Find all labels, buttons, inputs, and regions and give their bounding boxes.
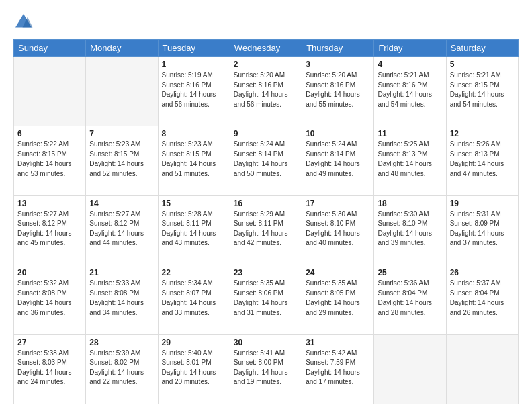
- day-number: 6: [17, 129, 82, 138]
- day-info: Sunrise: 5:42 AMSunset: 7:59 PMDaylight:…: [306, 349, 370, 387]
- day-info: Sunrise: 5:41 AMSunset: 8:00 PMDaylight:…: [234, 349, 298, 387]
- calendar-cell: 17Sunrise: 5:30 AMSunset: 8:10 PMDayligh…: [302, 195, 374, 265]
- week-row-4: 20Sunrise: 5:32 AMSunset: 8:08 PMDayligh…: [14, 265, 519, 334]
- calendar-cell: 13Sunrise: 5:27 AMSunset: 8:12 PMDayligh…: [14, 195, 86, 265]
- day-number: 28: [89, 338, 154, 347]
- day-number: 22: [162, 268, 226, 277]
- calendar-cell: [86, 57, 158, 126]
- day-info: Sunrise: 5:21 AMSunset: 8:15 PMDaylight:…: [450, 71, 515, 109]
- day-info: Sunrise: 5:22 AMSunset: 8:15 PMDaylight:…: [17, 140, 82, 179]
- calendar-cell: [446, 334, 518, 404]
- week-row-1: 1Sunrise: 5:19 AMSunset: 8:16 PMDaylight…: [14, 57, 519, 126]
- day-number: 3: [306, 60, 370, 69]
- day-number: 27: [17, 338, 82, 347]
- logo: [13, 12, 36, 32]
- day-number: 24: [306, 268, 370, 277]
- day-number: 10: [306, 129, 370, 138]
- weekday-header-tuesday: Tuesday: [158, 40, 230, 57]
- day-number: 19: [450, 199, 515, 208]
- calendar-cell: 23Sunrise: 5:35 AMSunset: 8:06 PMDayligh…: [230, 265, 302, 334]
- day-number: 30: [234, 338, 298, 347]
- calendar-cell: 29Sunrise: 5:40 AMSunset: 8:01 PMDayligh…: [158, 334, 230, 404]
- calendar-cell: 31Sunrise: 5:42 AMSunset: 7:59 PMDayligh…: [302, 334, 374, 404]
- calendar-cell: 6Sunrise: 5:22 AMSunset: 8:15 PMDaylight…: [14, 126, 86, 195]
- calendar-cell: [14, 57, 86, 126]
- day-number: 8: [162, 129, 226, 138]
- calendar-cell: 11Sunrise: 5:25 AMSunset: 8:13 PMDayligh…: [374, 126, 446, 195]
- calendar-cell: 10Sunrise: 5:24 AMSunset: 8:14 PMDayligh…: [302, 126, 374, 195]
- calendar-cell: 25Sunrise: 5:36 AMSunset: 8:04 PMDayligh…: [374, 265, 446, 334]
- header: [13, 12, 519, 32]
- day-number: 23: [234, 268, 298, 277]
- calendar-cell: 22Sunrise: 5:34 AMSunset: 8:07 PMDayligh…: [158, 265, 230, 334]
- day-info: Sunrise: 5:30 AMSunset: 8:10 PMDaylight:…: [306, 210, 370, 248]
- day-info: Sunrise: 5:32 AMSunset: 8:08 PMDaylight:…: [17, 279, 82, 318]
- day-number: 29: [162, 338, 226, 347]
- day-info: Sunrise: 5:19 AMSunset: 8:16 PMDaylight:…: [162, 71, 226, 109]
- calendar-cell: 8Sunrise: 5:23 AMSunset: 8:15 PMDaylight…: [158, 126, 230, 195]
- day-number: 26: [450, 268, 515, 277]
- calendar-cell: 18Sunrise: 5:30 AMSunset: 8:10 PMDayligh…: [374, 195, 446, 265]
- week-row-3: 13Sunrise: 5:27 AMSunset: 8:12 PMDayligh…: [14, 195, 519, 265]
- weekday-header-sunday: Sunday: [14, 40, 86, 57]
- weekday-header-thursday: Thursday: [302, 40, 374, 57]
- day-info: Sunrise: 5:26 AMSunset: 8:13 PMDaylight:…: [450, 140, 515, 179]
- day-number: 25: [378, 268, 442, 277]
- day-info: Sunrise: 5:20 AMSunset: 8:16 PMDaylight:…: [234, 71, 298, 109]
- page: SundayMondayTuesdayWednesdayThursdayFrid…: [0, 0, 532, 411]
- day-info: Sunrise: 5:39 AMSunset: 8:02 PMDaylight:…: [89, 349, 154, 387]
- week-row-5: 27Sunrise: 5:38 AMSunset: 8:03 PMDayligh…: [14, 334, 519, 404]
- day-info: Sunrise: 5:21 AMSunset: 8:16 PMDaylight:…: [378, 71, 442, 109]
- weekday-header-saturday: Saturday: [446, 40, 518, 57]
- calendar-cell: 9Sunrise: 5:24 AMSunset: 8:14 PMDaylight…: [230, 126, 302, 195]
- day-info: Sunrise: 5:27 AMSunset: 8:12 PMDaylight:…: [89, 210, 154, 248]
- day-info: Sunrise: 5:24 AMSunset: 8:14 PMDaylight:…: [306, 140, 370, 179]
- calendar-cell: 16Sunrise: 5:29 AMSunset: 8:11 PMDayligh…: [230, 195, 302, 265]
- day-number: 17: [306, 199, 370, 208]
- day-info: Sunrise: 5:37 AMSunset: 8:04 PMDaylight:…: [450, 279, 515, 318]
- day-info: Sunrise: 5:35 AMSunset: 8:06 PMDaylight:…: [234, 279, 298, 318]
- day-number: 13: [17, 199, 82, 208]
- day-info: Sunrise: 5:31 AMSunset: 8:09 PMDaylight:…: [450, 210, 515, 248]
- day-number: 11: [378, 129, 442, 138]
- day-number: 4: [378, 60, 442, 69]
- day-info: Sunrise: 5:34 AMSunset: 8:07 PMDaylight:…: [162, 279, 226, 318]
- calendar-cell: 21Sunrise: 5:33 AMSunset: 8:08 PMDayligh…: [86, 265, 158, 334]
- calendar-cell: 15Sunrise: 5:28 AMSunset: 8:11 PMDayligh…: [158, 195, 230, 265]
- weekday-header-monday: Monday: [86, 40, 158, 57]
- calendar-cell: 12Sunrise: 5:26 AMSunset: 8:13 PMDayligh…: [446, 126, 518, 195]
- weekday-header-wednesday: Wednesday: [230, 40, 302, 57]
- calendar-cell: 19Sunrise: 5:31 AMSunset: 8:09 PMDayligh…: [446, 195, 518, 265]
- calendar-cell: 28Sunrise: 5:39 AMSunset: 8:02 PMDayligh…: [86, 334, 158, 404]
- calendar-cell: 2Sunrise: 5:20 AMSunset: 8:16 PMDaylight…: [230, 57, 302, 126]
- day-number: 18: [378, 199, 442, 208]
- day-number: 21: [89, 268, 154, 277]
- weekday-header-friday: Friday: [374, 40, 446, 57]
- day-info: Sunrise: 5:23 AMSunset: 8:15 PMDaylight:…: [162, 140, 226, 179]
- calendar-cell: 30Sunrise: 5:41 AMSunset: 8:00 PMDayligh…: [230, 334, 302, 404]
- calendar-cell: 20Sunrise: 5:32 AMSunset: 8:08 PMDayligh…: [14, 265, 86, 334]
- calendar-cell: 5Sunrise: 5:21 AMSunset: 8:15 PMDaylight…: [446, 57, 518, 126]
- calendar-cell: 24Sunrise: 5:35 AMSunset: 8:05 PMDayligh…: [302, 265, 374, 334]
- calendar-table: SundayMondayTuesdayWednesdayThursdayFrid…: [13, 39, 519, 404]
- day-info: Sunrise: 5:40 AMSunset: 8:01 PMDaylight:…: [162, 349, 226, 387]
- day-info: Sunrise: 5:25 AMSunset: 8:13 PMDaylight:…: [378, 140, 442, 179]
- calendar-cell: 1Sunrise: 5:19 AMSunset: 8:16 PMDaylight…: [158, 57, 230, 126]
- day-number: 20: [17, 268, 82, 277]
- calendar-cell: 4Sunrise: 5:21 AMSunset: 8:16 PMDaylight…: [374, 57, 446, 126]
- day-number: 15: [162, 199, 226, 208]
- day-info: Sunrise: 5:35 AMSunset: 8:05 PMDaylight:…: [306, 279, 370, 318]
- day-info: Sunrise: 5:24 AMSunset: 8:14 PMDaylight:…: [234, 140, 298, 179]
- calendar-cell: 14Sunrise: 5:27 AMSunset: 8:12 PMDayligh…: [86, 195, 158, 265]
- day-number: 12: [450, 129, 515, 138]
- calendar-cell: 26Sunrise: 5:37 AMSunset: 8:04 PMDayligh…: [446, 265, 518, 334]
- day-info: Sunrise: 5:20 AMSunset: 8:16 PMDaylight:…: [306, 71, 370, 109]
- day-info: Sunrise: 5:36 AMSunset: 8:04 PMDaylight:…: [378, 279, 442, 318]
- day-info: Sunrise: 5:33 AMSunset: 8:08 PMDaylight:…: [89, 279, 154, 318]
- weekday-header-row: SundayMondayTuesdayWednesdayThursdayFrid…: [14, 40, 519, 57]
- calendar-cell: [374, 334, 446, 404]
- week-row-2: 6Sunrise: 5:22 AMSunset: 8:15 PMDaylight…: [14, 126, 519, 195]
- logo-icon: [13, 12, 34, 32]
- day-number: 5: [450, 60, 515, 69]
- day-info: Sunrise: 5:29 AMSunset: 8:11 PMDaylight:…: [234, 210, 298, 248]
